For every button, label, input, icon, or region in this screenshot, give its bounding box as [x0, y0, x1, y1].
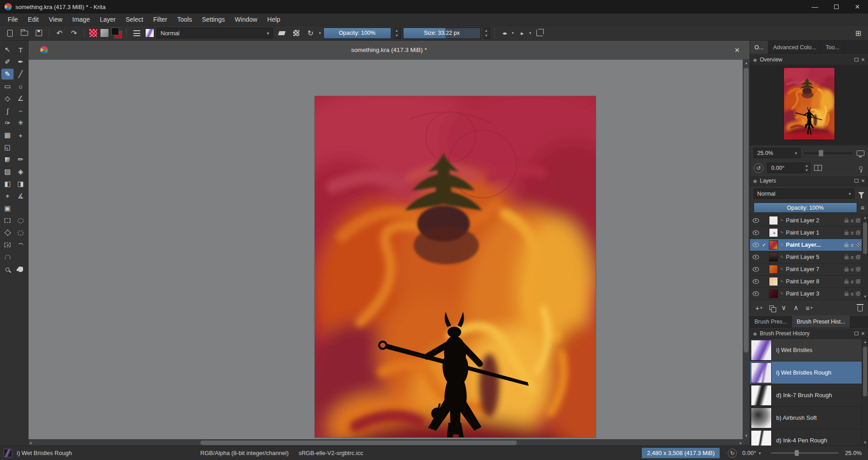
opacity-spinner[interactable]: ▴ ▾ — [394, 28, 401, 39]
mirror-view-icon[interactable] — [814, 165, 822, 171]
layer-thumbnail[interactable] — [769, 240, 778, 249]
docker-float-icon[interactable] — [854, 58, 859, 61]
lock-icon[interactable] — [844, 268, 849, 272]
overview-zoom-select[interactable]: 25.0% ▾ — [754, 148, 801, 158]
visibility-eye-icon[interactable] — [753, 291, 759, 296]
alpha-lock-icon[interactable]: α — [851, 218, 854, 223]
lock-icon[interactable] — [844, 244, 849, 247]
zoom-tool[interactable] — [1, 264, 14, 275]
mirror-vertical-button[interactable]: ▸ — [516, 27, 528, 39]
subwindow-titlebar[interactable]: something.kra (417.3 MiB) * × — [28, 41, 749, 60]
menu-view[interactable]: View — [44, 14, 67, 24]
magnetic-select-tool[interactable] — [1, 252, 14, 263]
vertical-scroll-handle[interactable] — [744, 68, 749, 352]
alpha-lock-icon[interactable]: α — [851, 230, 854, 235]
layer-name[interactable]: Paint Layer 1 — [786, 230, 842, 236]
crop-tool[interactable]: ◱ — [1, 142, 14, 153]
layer-properties-button[interactable]: ≡▾ — [806, 304, 812, 312]
inherit-alpha-icon[interactable] — [856, 243, 860, 247]
spin-down-icon[interactable]: ▾ — [483, 33, 490, 38]
statusbar-rotation[interactable]: ↻ 0.00° ▾ — [728, 449, 764, 458]
layer-name[interactable]: Paint Layer 3 — [786, 291, 842, 297]
spin-down-icon[interactable]: ▾ — [803, 168, 810, 173]
layer-thumbnail[interactable] — [769, 289, 778, 298]
pan-tool[interactable] — [14, 264, 27, 275]
menu-help[interactable]: Help — [262, 14, 285, 24]
calligraphy-tool[interactable]: ✒ — [14, 56, 27, 67]
scroll-up-icon[interactable]: ▴ — [862, 339, 868, 345]
polygon-select-tool[interactable] — [1, 227, 14, 238]
pattern-edit-tool[interactable]: ▨ — [1, 166, 14, 177]
alpha-lock-icon[interactable]: α — [851, 279, 854, 284]
layer-blending-mode-select[interactable]: Normal ▾ — [754, 188, 854, 199]
transform-tool[interactable]: ▦ — [1, 130, 14, 141]
statusbar-zoom-slider[interactable] — [771, 452, 839, 454]
horizontal-scroll-handle[interactable] — [200, 441, 517, 445]
layer-thumbnail[interactable] — [769, 265, 778, 274]
scroll-down-icon[interactable]: ▾ — [862, 440, 868, 446]
move-layer-down-button[interactable]: ∨ — [781, 304, 786, 312]
layer-thumbnail[interactable] — [769, 216, 778, 225]
reload-preset-button[interactable]: ↻ — [304, 27, 317, 39]
brush-preset-item[interactable]: d) Ink-4 Pen Rough — [750, 429, 862, 446]
tab-advanced-color[interactable]: Advanced Colo... — [768, 41, 821, 54]
freehand-brush-tool[interactable]: ✎ — [1, 69, 14, 80]
foreground-background-colors[interactable] — [111, 28, 122, 38]
docker-float-icon[interactable] — [854, 332, 859, 335]
scroll-handle[interactable] — [863, 222, 867, 254]
alpha-lock-icon[interactable]: α — [851, 291, 854, 296]
horizontal-scrollbar[interactable]: ◂ ▸ — [28, 439, 743, 446]
visibility-eye-icon[interactable] — [753, 218, 759, 223]
brush-preset-chooser[interactable] — [145, 28, 154, 38]
vertical-scrollbar[interactable]: ▴ ▾ — [743, 60, 749, 439]
lock-icon[interactable] — [844, 232, 849, 235]
brush-history-scrollbar[interactable]: ▴ ▾ — [862, 339, 868, 446]
overview-thumbnail[interactable] — [784, 68, 835, 140]
titlebar[interactable]: something.kra (417.3 MiB) * - Krita — × — [0, 0, 868, 14]
layer-name[interactable]: Paint Layer 2 — [786, 217, 842, 224]
lock-icon[interactable] — [844, 220, 849, 223]
brush-preset-item[interactable]: d) Ink-7 Brush Rough — [750, 384, 862, 407]
pin-icon[interactable] — [859, 166, 863, 170]
overview-zoom-slider[interactable] — [804, 152, 853, 154]
delete-layer-button[interactable] — [858, 304, 863, 311]
layer-thumbnail[interactable] — [769, 253, 778, 262]
docker-close-icon[interactable]: × — [861, 56, 865, 63]
preserve-alpha-button[interactable] — [290, 27, 302, 39]
layer-name[interactable]: Paint Layer 7 — [786, 266, 842, 272]
line-tool[interactable]: ╱ — [14, 69, 27, 80]
multibrush-tool[interactable]: ✳ — [14, 117, 27, 128]
rotation-reset-icon[interactable]: ↻ — [728, 449, 737, 458]
menu-file[interactable]: File — [3, 14, 23, 24]
open-document-button[interactable] — [18, 27, 30, 39]
similar-color-select-tool[interactable] — [1, 239, 14, 250]
inherit-alpha-icon[interactable] — [856, 291, 860, 296]
chevron-down-icon[interactable]: ▾ — [529, 31, 531, 35]
current-brush-thumbnail[interactable] — [4, 449, 12, 457]
chevron-down-icon[interactable]: ▾ — [319, 31, 321, 35]
scroll-right-icon[interactable]: ▸ — [740, 440, 742, 446]
alpha-lock-icon[interactable]: α — [851, 242, 854, 248]
inherit-alpha-icon[interactable] — [856, 267, 860, 272]
layer-row[interactable]: ✎ Paint Layer 8 α — [750, 276, 862, 288]
blending-mode-select[interactable]: Normal ▾ — [157, 28, 273, 38]
spin-down-icon[interactable]: ▾ — [394, 33, 400, 38]
menu-select[interactable]: Select — [121, 14, 148, 24]
scroll-left-icon[interactable]: ◂ — [29, 440, 32, 446]
scroll-down-icon[interactable]: ▾ — [743, 432, 750, 439]
fit-to-monitor-icon[interactable] — [857, 150, 864, 156]
statusbar-zoom-value[interactable]: 25.0% — [845, 450, 862, 456]
color-sampler-tool[interactable]: ✏ — [14, 154, 27, 165]
workspace-chooser-button[interactable]: ⊞ — [852, 27, 864, 39]
minimize-button[interactable]: — — [804, 0, 825, 14]
scroll-handle[interactable] — [863, 347, 867, 396]
spin-up-icon[interactable]: ▴ — [483, 28, 490, 33]
layer-name[interactable]: Paint Layer... — [786, 242, 842, 248]
dynamic-brush-tool[interactable]: ✑ — [1, 117, 14, 128]
brush-preset-item[interactable]: b) Airbrush Soft — [750, 407, 862, 429]
layer-row[interactable]: ✎ Paint Layer 7 α — [750, 263, 862, 276]
scroll-up-icon[interactable]: ▴ — [862, 215, 868, 221]
undo-button[interactable]: ↶ — [53, 27, 66, 39]
visibility-eye-icon[interactable] — [753, 230, 759, 235]
menu-image[interactable]: Image — [67, 14, 95, 24]
